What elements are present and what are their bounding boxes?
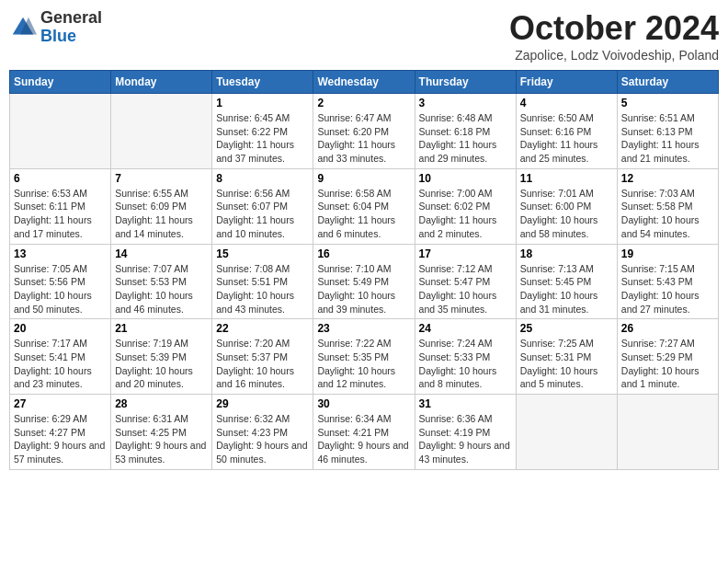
day-cell-5-1: 27Sunrise: 6:29 AMSunset: 4:27 PMDayligh… [10, 395, 111, 470]
day-info: Sunrise: 7:19 AMSunset: 5:39 PMDaylight:… [115, 337, 208, 391]
day-number: 27 [14, 397, 107, 410]
day-info: Sunrise: 6:55 AMSunset: 6:09 PMDaylight:… [115, 187, 208, 241]
day-cell-4-5: 24Sunrise: 7:24 AMSunset: 5:33 PMDayligh… [415, 319, 516, 395]
day-cell-2-3: 8Sunrise: 6:56 AMSunset: 6:07 PMDaylight… [212, 168, 313, 244]
day-cell-2-4: 9Sunrise: 6:58 AMSunset: 6:04 PMDaylight… [313, 168, 415, 244]
day-number: 26 [621, 322, 714, 335]
day-info: Sunrise: 6:50 AMSunset: 6:16 PMDaylight:… [520, 111, 613, 166]
day-cell-5-4: 30Sunrise: 6:34 AMSunset: 4:21 PMDayligh… [313, 395, 415, 470]
logo-blue-text: Blue [40, 28, 102, 46]
calendar-header-row: Sunday Monday Tuesday Wednesday Thursday… [10, 71, 719, 94]
day-number: 8 [216, 172, 309, 185]
location-subtitle: Zapolice, Lodz Voivodeship, Poland [509, 48, 719, 63]
day-info: Sunrise: 7:00 AMSunset: 6:02 PMDaylight:… [419, 187, 512, 241]
day-number: 24 [419, 322, 512, 335]
week-row-3: 13Sunrise: 7:05 AMSunset: 5:56 PMDayligh… [10, 244, 719, 319]
day-info: Sunrise: 6:29 AMSunset: 4:27 PMDaylight:… [14, 412, 107, 466]
day-cell-4-6: 25Sunrise: 7:25 AMSunset: 5:31 PMDayligh… [516, 319, 617, 395]
day-number: 2 [317, 97, 410, 109]
day-number: 6 [14, 172, 107, 185]
day-info: Sunrise: 6:51 AMSunset: 6:13 PMDaylight:… [621, 111, 714, 166]
day-number: 10 [419, 172, 512, 185]
day-info: Sunrise: 7:03 AMSunset: 5:58 PMDaylight:… [621, 187, 714, 241]
day-cell-5-7 [617, 395, 718, 470]
day-number: 16 [317, 247, 410, 260]
logo-text: General Blue [40, 9, 102, 46]
header-wednesday: Wednesday [313, 71, 415, 94]
day-cell-1-3: 1Sunrise: 6:45 AMSunset: 6:22 PMDaylight… [212, 94, 313, 169]
day-cell-2-6: 11Sunrise: 7:01 AMSunset: 6:00 PMDayligh… [516, 168, 617, 244]
day-number: 28 [115, 397, 208, 410]
day-cell-3-2: 14Sunrise: 7:07 AMSunset: 5:53 PMDayligh… [111, 244, 212, 319]
day-cell-3-3: 15Sunrise: 7:08 AMSunset: 5:51 PMDayligh… [212, 244, 313, 319]
day-number: 22 [216, 322, 309, 335]
day-info: Sunrise: 6:36 AMSunset: 4:19 PMDaylight:… [419, 412, 512, 466]
logo: General Blue [9, 9, 102, 46]
day-cell-2-7: 12Sunrise: 7:03 AMSunset: 5:58 PMDayligh… [617, 168, 718, 244]
day-number: 12 [621, 172, 714, 185]
day-number: 1 [216, 97, 309, 109]
week-row-5: 27Sunrise: 6:29 AMSunset: 4:27 PMDayligh… [10, 395, 719, 470]
header-tuesday: Tuesday [212, 71, 313, 94]
day-number: 23 [317, 322, 410, 335]
day-cell-1-7: 5Sunrise: 6:51 AMSunset: 6:13 PMDaylight… [617, 94, 718, 169]
day-info: Sunrise: 7:27 AMSunset: 5:29 PMDaylight:… [621, 337, 714, 391]
day-info: Sunrise: 6:48 AMSunset: 6:18 PMDaylight:… [419, 111, 512, 166]
day-number: 19 [621, 247, 714, 260]
day-number: 9 [317, 172, 410, 185]
day-cell-1-2 [111, 94, 212, 169]
day-number: 31 [419, 397, 512, 410]
week-row-4: 20Sunrise: 7:17 AMSunset: 5:41 PMDayligh… [10, 319, 719, 395]
title-area: October 2024 Zapolice, Lodz Voivodeship,… [509, 9, 719, 63]
day-cell-2-1: 6Sunrise: 6:53 AMSunset: 6:11 PMDaylight… [10, 168, 111, 244]
header-thursday: Thursday [415, 71, 516, 94]
day-cell-1-6: 4Sunrise: 6:50 AMSunset: 6:16 PMDaylight… [516, 94, 617, 169]
day-number: 7 [115, 172, 208, 185]
day-cell-4-1: 20Sunrise: 7:17 AMSunset: 5:41 PMDayligh… [10, 319, 111, 395]
day-cell-2-5: 10Sunrise: 7:00 AMSunset: 6:02 PMDayligh… [415, 168, 516, 244]
day-cell-4-4: 23Sunrise: 7:22 AMSunset: 5:35 PMDayligh… [313, 319, 415, 395]
day-cell-3-5: 17Sunrise: 7:12 AMSunset: 5:47 PMDayligh… [415, 244, 516, 319]
day-number: 17 [419, 247, 512, 260]
month-title: October 2024 [509, 9, 719, 48]
day-cell-5-5: 31Sunrise: 6:36 AMSunset: 4:19 PMDayligh… [415, 395, 516, 470]
day-cell-5-3: 29Sunrise: 6:32 AMSunset: 4:23 PMDayligh… [212, 395, 313, 470]
day-number: 11 [520, 172, 613, 185]
day-cell-1-1 [10, 94, 111, 169]
day-number: 3 [419, 97, 512, 109]
day-info: Sunrise: 7:12 AMSunset: 5:47 PMDaylight:… [419, 262, 512, 316]
day-info: Sunrise: 6:34 AMSunset: 4:21 PMDaylight:… [317, 412, 410, 466]
day-number: 18 [520, 247, 613, 260]
day-number: 30 [317, 397, 410, 410]
day-number: 21 [115, 322, 208, 335]
week-row-2: 6Sunrise: 6:53 AMSunset: 6:11 PMDaylight… [10, 168, 719, 244]
day-info: Sunrise: 6:32 AMSunset: 4:23 PMDaylight:… [216, 412, 309, 466]
day-info: Sunrise: 7:10 AMSunset: 5:49 PMDaylight:… [317, 262, 410, 316]
day-cell-5-6 [516, 395, 617, 470]
day-cell-5-2: 28Sunrise: 6:31 AMSunset: 4:25 PMDayligh… [111, 395, 212, 470]
day-cell-2-2: 7Sunrise: 6:55 AMSunset: 6:09 PMDaylight… [111, 168, 212, 244]
header-friday: Friday [516, 71, 617, 94]
day-info: Sunrise: 6:45 AMSunset: 6:22 PMDaylight:… [216, 111, 309, 166]
day-info: Sunrise: 6:31 AMSunset: 4:25 PMDaylight:… [115, 412, 208, 466]
day-number: 4 [520, 97, 613, 109]
day-cell-1-4: 2Sunrise: 6:47 AMSunset: 6:20 PMDaylight… [313, 94, 415, 169]
day-info: Sunrise: 6:47 AMSunset: 6:20 PMDaylight:… [317, 111, 410, 166]
day-cell-3-1: 13Sunrise: 7:05 AMSunset: 5:56 PMDayligh… [10, 244, 111, 319]
logo-general-text: General [40, 9, 102, 28]
day-info: Sunrise: 7:15 AMSunset: 5:43 PMDaylight:… [621, 262, 714, 316]
day-info: Sunrise: 6:58 AMSunset: 6:04 PMDaylight:… [317, 187, 410, 241]
day-info: Sunrise: 7:08 AMSunset: 5:51 PMDaylight:… [216, 262, 309, 316]
day-number: 15 [216, 247, 309, 260]
day-info: Sunrise: 7:25 AMSunset: 5:31 PMDaylight:… [520, 337, 613, 391]
day-info: Sunrise: 6:56 AMSunset: 6:07 PMDaylight:… [216, 187, 309, 241]
day-info: Sunrise: 7:24 AMSunset: 5:33 PMDaylight:… [419, 337, 512, 391]
day-number: 13 [14, 247, 107, 260]
day-info: Sunrise: 7:07 AMSunset: 5:53 PMDaylight:… [115, 262, 208, 316]
day-cell-3-7: 19Sunrise: 7:15 AMSunset: 5:43 PMDayligh… [617, 244, 718, 319]
day-cell-4-7: 26Sunrise: 7:27 AMSunset: 5:29 PMDayligh… [617, 319, 718, 395]
calendar-table: Sunday Monday Tuesday Wednesday Thursday… [9, 70, 719, 470]
day-info: Sunrise: 7:01 AMSunset: 6:00 PMDaylight:… [520, 187, 613, 241]
day-cell-3-6: 18Sunrise: 7:13 AMSunset: 5:45 PMDayligh… [516, 244, 617, 319]
day-info: Sunrise: 7:17 AMSunset: 5:41 PMDaylight:… [14, 337, 107, 391]
